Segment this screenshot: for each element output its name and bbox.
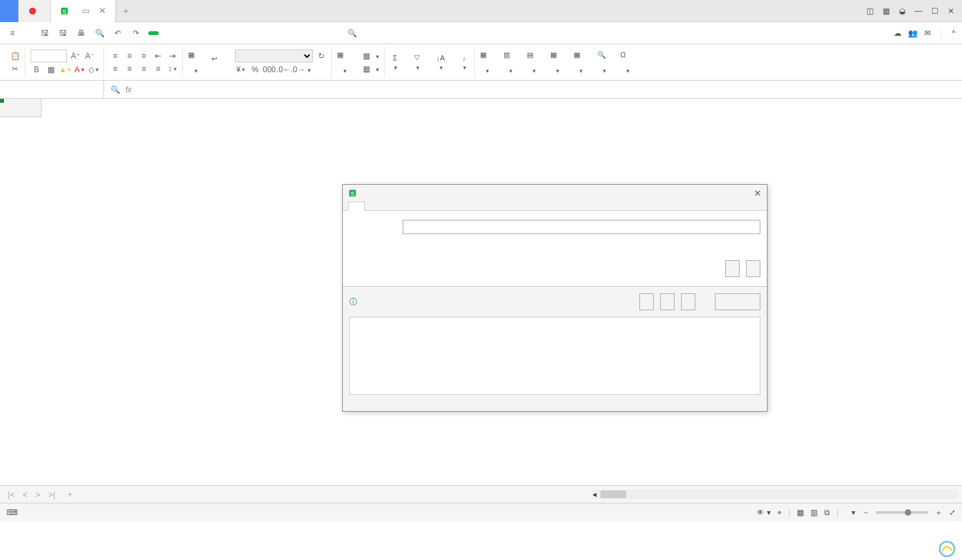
hamburger-icon[interactable]: ≡ [7,27,18,39]
sheet-next-icon[interactable]: > [33,490,44,500]
results-list[interactable] [349,317,760,395]
find-next-button[interactable] [681,293,695,310]
undo-icon[interactable]: ↶ [112,27,124,39]
dec-inc-icon[interactable]: .0← [278,64,289,75]
tab-file[interactable]: S ▭ ✕ [51,0,116,22]
menu-insert[interactable] [170,31,178,36]
menu-data[interactable] [229,31,237,36]
increase-font-icon[interactable]: A⁺ [70,50,81,62]
sheet-button[interactable]: ▤ [523,51,545,74]
tab-display-icon[interactable]: ▭ [82,6,90,16]
zoom-in-icon[interactable]: ＋ [935,507,942,518]
bold-icon[interactable]: B [31,64,42,75]
align-center-icon[interactable]: ≡ [124,63,135,75]
comma-icon[interactable]: 000 [263,64,275,75]
horizontal-scrollbar[interactable]: ◂ [593,490,957,499]
cooperate-button[interactable]: 👥 [908,29,918,38]
indent-inc-icon[interactable]: ⇥ [167,50,178,62]
sheet-prev-icon[interactable]: < [20,490,31,500]
find-prev-button[interactable] [660,293,675,310]
align-justify-icon[interactable]: ≡ [152,63,164,75]
menu-formula[interactable] [209,31,217,36]
menu-layout[interactable] [190,31,198,36]
menu-dev[interactable] [287,31,295,36]
sum-button[interactable]: Σ [389,54,401,71]
currency-icon[interactable]: ¥ [235,64,247,75]
cut-icon[interactable]: ✂ [9,63,21,75]
file-menu[interactable] [25,31,33,36]
share-button[interactable]: ✉ [924,29,931,38]
minimize-icon[interactable]: — [915,7,922,16]
zoom-fx-icon[interactable]: 🔍 [111,85,120,94]
locate-icon[interactable]: ⌖ [777,508,782,517]
symbol-button[interactable]: Ω [617,51,639,74]
collapse-ribbon-icon[interactable]: ^ [952,29,955,38]
orientation-icon[interactable]: ↕ [167,63,178,75]
select-all-corner[interactable] [0,99,42,117]
apps-icon[interactable]: ▦ [883,7,890,16]
cell-button[interactable]: ▦ [476,51,498,74]
menu-review[interactable] [248,31,256,36]
view-page-icon[interactable]: ▥ [810,508,818,517]
name-box[interactable] [0,81,104,98]
paste-icon[interactable]: 📋 [9,50,21,62]
decrease-font-icon[interactable]: A⁻ [84,50,96,62]
fill-button2[interactable]: ↓ [458,54,470,71]
type-convert-button[interactable] [306,65,311,74]
menu-efficiency[interactable] [327,31,334,36]
fullscreen-icon[interactable]: ⤢ [949,508,955,517]
tab-docstemplate[interactable] [19,0,51,22]
find-all-button[interactable] [639,293,654,310]
dialog-close-icon[interactable]: ✕ [754,188,762,198]
font-size-input[interactable] [31,49,67,62]
close-window-icon[interactable]: ✕ [948,7,954,16]
percent-icon[interactable]: % [249,64,261,75]
align-top-icon[interactable]: ≡ [109,50,121,62]
find-input[interactable] [403,220,760,234]
dialog-titlebar[interactable]: S ✕ [343,185,767,202]
keyboard-icon[interactable]: ⌨ [7,508,18,517]
menu-member[interactable] [307,31,315,36]
dialog-tab-replace[interactable] [365,202,381,210]
number-format-select[interactable] [235,49,313,62]
view-normal-icon[interactable]: ▦ [797,508,804,517]
indent-dec-icon[interactable]: ⇤ [152,50,164,62]
tab-home[interactable] [0,0,19,22]
layout-icon[interactable]: ◫ [866,7,874,16]
wrap-button[interactable]: ↩ [207,55,230,70]
fx-icon[interactable]: fx [126,85,131,94]
saveas-icon[interactable]: 🖫 [57,27,69,39]
freeze-button[interactable]: ▦ [546,51,568,74]
menu-start[interactable] [148,31,159,35]
table-tool-button[interactable]: ▦ [570,51,592,74]
preview-icon[interactable]: 🔍 [94,27,105,39]
sheet-last-icon[interactable]: >| [46,490,58,500]
redo-icon[interactable]: ↷ [130,27,142,39]
close-button[interactable] [715,293,760,310]
font-color-icon[interactable]: A [73,64,85,75]
dialog-tab-goto[interactable] [381,202,396,210]
find-button[interactable]: 🔍 [593,51,615,74]
avatar-icon[interactable]: ◒ [899,7,905,16]
tab-close-icon[interactable]: ✕ [99,6,106,16]
zoom-out-icon[interactable]: － [862,507,870,518]
view-split-icon[interactable]: ⧉ [824,508,830,517]
align-right-icon[interactable]: ≡ [138,63,150,75]
command-search[interactable]: 🔍 [347,29,360,38]
rowcol-button[interactable]: ▥ [500,51,522,74]
filter-button[interactable]: ▽ [410,53,423,71]
options-button[interactable] [746,260,760,277]
sort-button[interactable]: ↓A [433,54,449,71]
table-style-icon[interactable]: ▦ [360,50,372,62]
dec-dec-icon[interactable]: .0→ [292,64,304,75]
number-arrow-icon[interactable]: ↻ [315,50,327,62]
merge-button[interactable]: ▦ [184,51,206,74]
dialog-tab-find[interactable] [348,202,365,211]
fill-color-icon[interactable]: ▲ [59,64,71,75]
print-icon[interactable]: 🖶 [75,27,87,39]
sheet-add-icon[interactable]: ＋ [63,488,77,500]
cond-format-button[interactable]: ▦ [333,51,355,74]
align-left-icon[interactable]: ≡ [109,63,121,75]
eraser-icon[interactable]: ◇ [88,64,100,75]
eye-icon[interactable]: 👁 ▾ [756,508,770,517]
